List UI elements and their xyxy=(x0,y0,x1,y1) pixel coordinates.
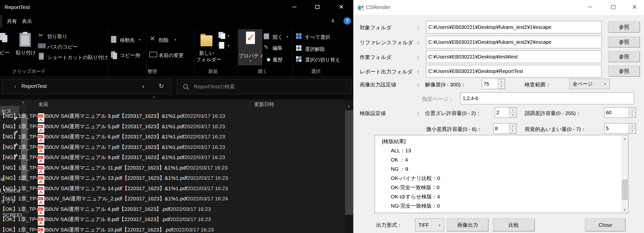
tab-share[interactable]: 共有 xyxy=(7,18,17,25)
spin-up-button[interactable]: ▲ xyxy=(510,124,516,128)
open-button[interactable]: 開く xyxy=(272,34,282,41)
copy-to-button[interactable]: コピー先 xyxy=(120,52,140,59)
output-format-label: 出力形式： xyxy=(376,221,402,228)
file-tab-stub xyxy=(0,15,2,27)
table-row[interactable]: PDF【OK】1章_TP-JL350UV SAI運用マニュアル 10.pdf【2… xyxy=(0,226,353,233)
report-folder-input[interactable] xyxy=(426,65,602,77)
scroll-down-button[interactable]: ∨ xyxy=(621,206,628,213)
tone-tolerance-spinner[interactable]: ▲ ▼ xyxy=(604,107,636,118)
search-box[interactable] xyxy=(176,79,352,94)
maximize-button[interactable] xyxy=(309,0,326,14)
spin-down-button[interactable]: ▼ xyxy=(498,84,505,89)
table-row[interactable]: PDF【NG】1章_TP-JL350UV SAI運用マニュアル 6.pdf【22… xyxy=(0,133,353,144)
file-date: 2022/03/17 16:23 xyxy=(173,227,214,232)
position-tolerance-input[interactable] xyxy=(495,108,509,117)
image-output-button[interactable]: 画像出力 xyxy=(447,218,488,231)
scroll-up-button[interactable]: ∧ xyxy=(621,135,628,142)
paste-icon[interactable] xyxy=(20,32,31,47)
select-all-button[interactable]: すべて選択 xyxy=(305,34,330,41)
dialog-maximize-button[interactable] xyxy=(605,0,621,14)
address-dropdown-icon[interactable]: ∨ xyxy=(142,84,145,89)
ribbon-collapse-icon[interactable]: ∧ xyxy=(331,18,335,24)
paste-shortcut-button[interactable]: ショートカットの貼り付け xyxy=(47,54,108,61)
table-row[interactable]: PDF【NG】1章_TP-JL350UV SAI運用マニュアル 7.pdf【22… xyxy=(0,144,353,154)
visual-fuzziness-spinner[interactable]: ▲ ▼ xyxy=(604,123,636,134)
table-row[interactable]: PDF【NG】1章_TP-JL350UV SAI運用マニュアル 11.pdf【2… xyxy=(0,164,353,175)
file-date: 2022/03/17 16:23 xyxy=(184,154,225,160)
delete-icon: ✕ xyxy=(150,35,155,43)
new-folder-label-1[interactable]: 新しい xyxy=(196,50,218,57)
reference-folder-input[interactable] xyxy=(426,36,602,48)
spin-up-button[interactable]: ▲ xyxy=(498,79,505,84)
results-scrollbar-thumb[interactable] xyxy=(622,179,628,200)
table-row[interactable]: PDF【OK】1章_TP-JL350UV SAI運用マニュアル 8.pdf【22… xyxy=(0,216,353,226)
position-tolerance-spinner[interactable]: ▲ ▼ xyxy=(495,107,517,118)
visual-fuzziness-input[interactable] xyxy=(604,123,628,133)
table-row[interactable]: PDF【OK】1章_TP-JL350UV SAI運用マニュアル 4.pdf【22… xyxy=(0,206,353,216)
minor-diff-tolerance-spinner[interactable]: ▲ ▼ xyxy=(493,123,517,134)
table-row[interactable]: PDF【NG】1章_TP-JL350UV SAI運用マニュアル 13.pdf【2… xyxy=(0,174,353,185)
spin-up-button[interactable]: ▲ xyxy=(629,108,636,112)
new-folder-label-2[interactable]: フォルダー xyxy=(196,56,218,63)
range-select[interactable]: 全ページ ∨ xyxy=(570,79,610,89)
address-bar[interactable]: › ReportTest ∨ ↻ xyxy=(2,79,172,94)
paste-button-label[interactable]: 貼り付け xyxy=(16,49,36,56)
compare-button[interactable]: 比較 xyxy=(493,218,535,231)
spin-down-button[interactable]: ▼ xyxy=(629,129,636,133)
refresh-icon[interactable]: ↻ xyxy=(159,82,164,90)
close-button[interactable]: ✕ xyxy=(332,0,350,14)
reference-folder-browse-button[interactable]: 参照 xyxy=(608,37,640,48)
history-button[interactable]: 履歴 xyxy=(272,57,282,63)
select-none-button[interactable]: 選択解除 xyxy=(305,46,325,53)
pages-label: 指定ページ： xyxy=(422,96,454,103)
column-divider[interactable] xyxy=(250,100,250,110)
spin-down-button[interactable]: ▼ xyxy=(510,113,516,117)
target-folder-input[interactable] xyxy=(426,21,602,33)
pages-input[interactable] xyxy=(460,92,634,104)
help-button[interactable]: ? xyxy=(344,17,351,25)
cut-button[interactable]: 切り取り xyxy=(47,33,68,40)
column-header-name[interactable]: 名前 xyxy=(38,101,48,108)
table-row[interactable]: PDF【NG】1章_TP-JL350UV SAI運用マニュアル 14.pdf【2… xyxy=(0,185,353,195)
rename-button[interactable]: 名前の変更 xyxy=(159,52,184,59)
spin-down-button[interactable]: ▼ xyxy=(510,129,516,133)
table-row[interactable]: PDF【NG】1章_TP-JL350UV SAI運用マニュアル 9.pdf【22… xyxy=(0,154,353,164)
dialog-minimize-button[interactable] xyxy=(582,0,598,14)
dialog-close-button[interactable]: ✕ xyxy=(626,0,642,14)
dialog-close-action-button[interactable]: Close xyxy=(585,218,626,231)
select-all-icon xyxy=(296,33,302,39)
table-row[interactable]: PDF【NG】1章_TP-JL350UV SAI運用マニュアル 5.pdf【22… xyxy=(0,123,353,133)
tone-tolerance-input[interactable] xyxy=(604,108,628,117)
copy-path-button[interactable]: パスのコピー xyxy=(47,44,78,50)
target-folder-browse-button[interactable]: 参照 xyxy=(608,22,640,33)
minimize-button[interactable] xyxy=(286,0,303,14)
tab-view[interactable]: 表示 xyxy=(22,18,32,25)
properties-button[interactable]: ✓ プロパティ ▾ xyxy=(238,29,262,65)
spin-up-button[interactable]: ▲ xyxy=(510,108,516,112)
invert-selection-button[interactable]: 選択の切り替え xyxy=(305,57,340,63)
search-input[interactable] xyxy=(194,81,343,92)
resolution-input[interactable] xyxy=(482,79,498,89)
copy-button-label[interactable]: ピー xyxy=(0,49,10,56)
colon: ： xyxy=(416,54,421,61)
report-folder-browse-button[interactable]: 参照 xyxy=(608,66,640,77)
table-row[interactable]: PDF【NG】1章_TP-JL350UV_SAI運用マニュアル_2.pdf【22… xyxy=(0,195,353,206)
results-box[interactable]: [検版結果] ALL：13 OK ：4 NG ：9 OK-バイナリ比較：0 OK… xyxy=(374,135,628,213)
list-scroll-up-icon[interactable]: ∧ xyxy=(347,104,350,109)
work-folder-input[interactable] xyxy=(426,51,602,63)
minor-diff-tolerance-input[interactable] xyxy=(494,123,509,133)
table-row[interactable]: PDF【NG】1章_TP-JL350UV SAI運用マニュアル 3.pdf【22… xyxy=(0,113,353,123)
tone-tolerance-label: 諧調差許容量(0 - 255)： xyxy=(524,110,581,117)
output-format-select[interactable]: TIFF ∨ xyxy=(415,218,444,231)
edit-button[interactable]: 編集 xyxy=(272,45,282,51)
delete-button[interactable]: 削除 xyxy=(159,37,169,44)
move-to-button[interactable]: 移動先 xyxy=(120,37,135,44)
spin-down-button[interactable]: ▼ xyxy=(629,113,636,117)
new-folder-icon[interactable] xyxy=(200,35,212,46)
column-header-date[interactable]: 更新日時 xyxy=(254,101,274,108)
work-folder-browse-button[interactable]: 参照 xyxy=(608,51,640,62)
spin-up-button[interactable]: ▲ xyxy=(629,124,636,128)
resolution-spinner[interactable]: ▲ ▼ xyxy=(482,79,505,89)
breadcrumb[interactable]: ReportTest xyxy=(22,83,47,89)
results-scrollbar[interactable]: ∧ ∨ xyxy=(621,135,628,213)
